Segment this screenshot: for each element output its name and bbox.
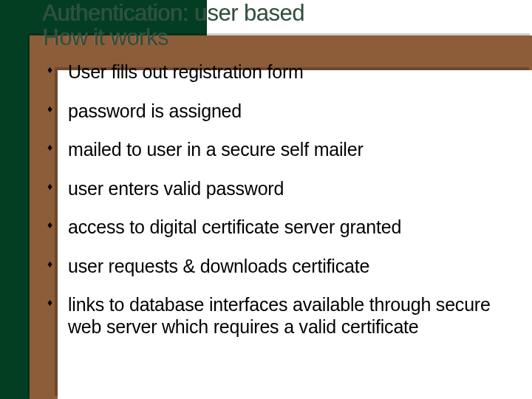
- bullet-text: user enters valid password: [68, 178, 284, 199]
- title-line-2: How it works: [43, 24, 168, 50]
- slide-title: Authentication: user based How it works: [43, 1, 304, 50]
- list-item: password is assigned: [44, 100, 510, 123]
- bullet-text: User fills out registration form: [68, 61, 304, 82]
- list-item: user enters valid password: [44, 178, 510, 200]
- list-item: user requests & downloads certificate: [44, 256, 510, 278]
- bullet-text: links to database interfaces available t…: [68, 294, 510, 338]
- bullet-list: User fills out registration form passwor…: [44, 61, 510, 338]
- list-item: access to digital certificate server gra…: [44, 216, 510, 239]
- slide-content: Authentication: user based How it works …: [0, 0, 532, 399]
- list-item: links to database interfaces available t…: [44, 294, 510, 338]
- bullet-text: password is assigned: [68, 100, 242, 121]
- list-item: User fills out registration form: [44, 61, 510, 83]
- list-item: mailed to user in a secure self mailer: [44, 139, 510, 161]
- bullet-text: access to digital certificate server gra…: [68, 216, 401, 237]
- bullet-text: mailed to user in a secure self mailer: [68, 139, 364, 160]
- bullet-text: user requests & downloads certificate: [68, 256, 369, 276]
- title-line-1: Authentication: user based: [43, 0, 304, 26]
